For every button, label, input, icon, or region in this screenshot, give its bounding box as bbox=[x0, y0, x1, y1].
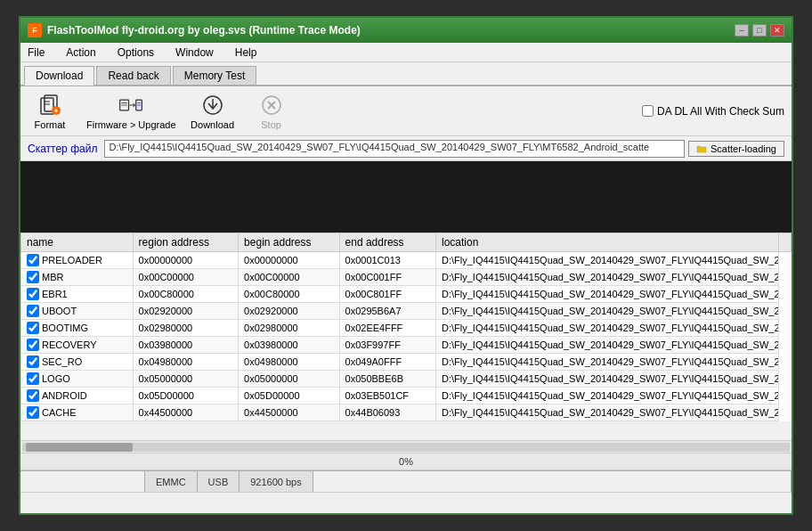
row-checkbox[interactable] bbox=[27, 372, 39, 385]
row-end: 0x02EE4FFF bbox=[339, 320, 435, 337]
row-location: D:\Fly_IQ4415\IQ4415Quad_SW_20140429_SW0… bbox=[436, 337, 779, 354]
menu-action[interactable]: Action bbox=[62, 45, 99, 60]
col-scroll bbox=[779, 233, 792, 252]
row-checkbox[interactable] bbox=[27, 271, 39, 283]
table-row: MBR 0x00C00000 0x00C00000 0x00C001FF D:\… bbox=[21, 269, 792, 286]
firmware-upgrade-button[interactable]: Firmware > Upgrade bbox=[86, 93, 176, 130]
row-location: D:\Fly_IQ4415\IQ4415Quad_SW_20140429_SW0… bbox=[436, 303, 779, 320]
row-checkbox[interactable] bbox=[27, 339, 39, 351]
row-location: D:\Fly_IQ4415\IQ4415Quad_SW_20140429_SW0… bbox=[436, 354, 779, 371]
row-name-cell: CACHE bbox=[21, 404, 134, 421]
scatter-row: Скаттер файл D:\Fly_IQ4415\IQ4415Quad_SW… bbox=[20, 136, 792, 161]
download-label: Download bbox=[191, 119, 234, 130]
row-checkbox[interactable] bbox=[27, 389, 39, 402]
row-checkbox[interactable] bbox=[27, 322, 39, 334]
row-region: 0x00C80000 bbox=[133, 286, 239, 303]
row-name-cell: BOOTIMG bbox=[21, 320, 134, 337]
row-region: 0x05000000 bbox=[133, 371, 239, 388]
row-checkbox[interactable] bbox=[27, 254, 39, 266]
minimize-button[interactable]: – bbox=[735, 24, 749, 37]
download-icon bbox=[200, 93, 225, 118]
svg-text:✦: ✦ bbox=[53, 108, 59, 114]
row-end: 0x03EB501CF bbox=[339, 388, 435, 404]
row-region: 0x04980000 bbox=[133, 354, 239, 371]
table-row: EBR1 0x00C80000 0x00C80000 0x00C801FF D:… bbox=[21, 286, 792, 303]
row-name-cell: EBR1 bbox=[21, 286, 134, 303]
scatter-loading-button[interactable]: Scatter-loading bbox=[688, 141, 784, 157]
tab-download[interactable]: Download bbox=[24, 66, 94, 86]
firmware-icon bbox=[118, 93, 143, 118]
status-cell-empty2 bbox=[313, 471, 792, 492]
row-region: 0x00C00000 bbox=[133, 269, 239, 286]
row-location: D:\Fly_IQ4415\IQ4415Quad_SW_20140429_SW0… bbox=[436, 388, 779, 404]
col-region: region address bbox=[133, 233, 239, 252]
row-end: 0x049A0FFF bbox=[339, 354, 435, 371]
row-location: D:\Fly_IQ4415\IQ4415Quad_SW_20140429_SW0… bbox=[436, 269, 779, 286]
da-dl-option: DA DL All With Check Sum bbox=[642, 105, 784, 118]
row-location: D:\Fly_IQ4415\IQ4415Quad_SW_20140429_SW0… bbox=[436, 404, 779, 421]
row-location: D:\Fly_IQ4415\IQ4415Quad_SW_20140429_SW0… bbox=[436, 286, 779, 303]
title-bar: F FlashToolMod fly-droid.org by oleg.svs… bbox=[20, 18, 792, 43]
partitions-table: name region address begin address end ad… bbox=[20, 233, 792, 421]
row-checkbox[interactable] bbox=[27, 305, 39, 317]
format-icon: ✦ bbox=[37, 93, 62, 118]
menu-help[interactable]: Help bbox=[231, 45, 261, 60]
col-name: name bbox=[21, 233, 134, 252]
scatter-path: D:\Fly_IQ4415\IQ4415Quad_SW_20140429_SW0… bbox=[104, 140, 685, 158]
row-name-cell: PRELOADER bbox=[21, 252, 134, 269]
table-header-row: name region address begin address end ad… bbox=[21, 233, 792, 252]
row-end: 0x00C001FF bbox=[339, 269, 435, 286]
scrollbar-track bbox=[22, 443, 790, 452]
maximize-button[interactable]: □ bbox=[752, 24, 767, 37]
menu-file[interactable]: File bbox=[24, 45, 48, 60]
format-label: Format bbox=[35, 119, 66, 130]
table-container[interactable]: name region address begin address end ad… bbox=[20, 233, 792, 440]
scrollbar-thumb[interactable] bbox=[26, 443, 133, 452]
menu-window[interactable]: Window bbox=[172, 45, 217, 60]
row-region: 0x44500000 bbox=[133, 404, 239, 421]
stop-button[interactable]: Stop bbox=[249, 93, 294, 130]
row-checkbox[interactable] bbox=[27, 406, 39, 419]
download-button[interactable]: Download bbox=[191, 93, 235, 130]
menu-bar: File Action Options Window Help bbox=[20, 43, 792, 62]
table-row: BOOTIMG 0x02980000 0x02980000 0x02EE4FFF… bbox=[21, 320, 792, 337]
row-location: D:\Fly_IQ4415\IQ4415Quad_SW_20140429_SW0… bbox=[436, 320, 779, 337]
tab-memtest[interactable]: Memory Test bbox=[173, 66, 256, 85]
col-end: end address bbox=[339, 233, 435, 252]
menu-options[interactable]: Options bbox=[114, 45, 158, 60]
row-checkbox[interactable] bbox=[27, 288, 39, 300]
title-bar-controls: – □ ✕ bbox=[735, 24, 784, 37]
app-icon: F bbox=[28, 23, 42, 37]
col-location: location bbox=[436, 233, 779, 252]
status-baud: 921600 bps bbox=[240, 471, 313, 492]
da-dl-checkbox[interactable] bbox=[642, 105, 654, 117]
row-name-cell: LOGO bbox=[21, 371, 134, 388]
progress-bar-row: 0% bbox=[20, 453, 792, 470]
scatter-label: Скаттер файл bbox=[28, 143, 97, 155]
row-begin: 0x00C00000 bbox=[239, 269, 339, 286]
status-usb: USB bbox=[198, 471, 240, 492]
close-button[interactable]: ✕ bbox=[770, 24, 784, 37]
row-checkbox[interactable] bbox=[27, 355, 39, 368]
row-region: 0x03980000 bbox=[133, 337, 239, 354]
table-row: CACHE 0x44500000 0x44500000 0x44B06093 D… bbox=[21, 404, 792, 421]
col-begin: begin address bbox=[239, 233, 339, 252]
row-begin: 0x04980000 bbox=[239, 354, 339, 371]
row-end: 0x03F997FF bbox=[339, 337, 435, 354]
row-region: 0x05D00000 bbox=[133, 388, 239, 404]
bottom-row bbox=[20, 492, 792, 513]
status-cell-empty1 bbox=[20, 471, 145, 492]
table-row: PRELOADER 0x00000000 0x00000000 0x0001C0… bbox=[21, 252, 792, 269]
window-title: FlashToolMod fly-droid.org by oleg.svs (… bbox=[47, 24, 361, 37]
row-name-cell: MBR bbox=[21, 269, 134, 286]
horizontal-scrollbar[interactable] bbox=[20, 440, 792, 453]
tabs-bar: Download Read back Memory Test bbox=[20, 62, 792, 86]
tab-readback[interactable]: Read back bbox=[96, 66, 170, 85]
format-button[interactable]: ✦ Format bbox=[28, 93, 72, 130]
row-end: 0x44B06093 bbox=[339, 404, 435, 421]
row-name-cell: SEC_RO bbox=[21, 354, 134, 371]
row-end: 0x050BBE6B bbox=[339, 371, 435, 388]
row-begin: 0x03980000 bbox=[239, 337, 339, 354]
row-end: 0x0295B6A7 bbox=[339, 303, 435, 320]
table-row: SEC_RO 0x04980000 0x04980000 0x049A0FFF … bbox=[21, 354, 792, 371]
